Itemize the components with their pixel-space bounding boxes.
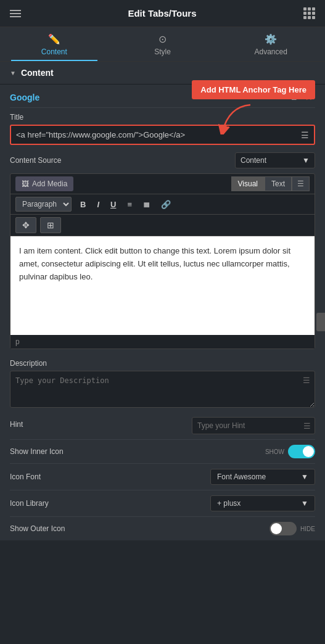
paragraph-select[interactable]: Paragraph xyxy=(15,197,72,212)
section-label: Content xyxy=(21,68,54,78)
title-field-row: Title ☰ xyxy=(10,108,315,147)
hint-label: Hint xyxy=(10,420,23,429)
hint-row: Hint ☰ xyxy=(10,412,315,439)
description-wrap: ☰ xyxy=(10,371,315,410)
align-right-button[interactable]: ≣ xyxy=(138,197,155,212)
editor-list-icon[interactable]: ☰ xyxy=(292,176,310,191)
content-source-label: Content Source xyxy=(10,156,61,165)
icon-library-btn-label: + plusx xyxy=(217,499,241,508)
editor-format-bar: Paragraph B I U ≡ ≣ 🔗 xyxy=(10,194,315,215)
tab-style[interactable]: ⊙ Style xyxy=(109,27,217,61)
show-inner-icon-toggle[interactable] xyxy=(288,445,315,458)
anchor-arrow xyxy=(216,104,253,134)
icon-font-label: Icon Font xyxy=(10,473,41,481)
tab-content[interactable]: ✏️ Content xyxy=(0,27,109,61)
align-left-button[interactable]: ≡ xyxy=(122,197,137,212)
page-title: Edit Tabs/Tours xyxy=(21,8,303,19)
toggle-knob xyxy=(303,446,314,457)
hint-input-wrap: ☰ xyxy=(192,417,315,434)
icon-library-label: Icon Library xyxy=(10,499,49,508)
anchor-tooltip-text: Add HTML Anchor Tag Here xyxy=(200,85,306,94)
italic-button[interactable]: I xyxy=(92,197,104,212)
visual-btn[interactable]: Visual xyxy=(231,176,265,191)
show-outer-icon-label: Show Outer Icon xyxy=(10,524,65,533)
title-input-wrap: ☰ xyxy=(10,125,315,145)
add-media-label: Add Media xyxy=(32,180,67,188)
grid-icon[interactable] xyxy=(303,7,315,19)
tabs-bar: ✏️ Content ⊙ Style ⚙️ Advanced xyxy=(0,27,325,62)
show-outer-icon-badge: HIDE xyxy=(300,526,315,532)
show-outer-icon-row: Show Outer Icon HIDE xyxy=(10,516,315,540)
plus-icon: 🖼 xyxy=(22,180,29,188)
grid-layout-button[interactable]: ⊞ xyxy=(40,217,61,233)
show-inner-icon-label: Show Inner Icon xyxy=(10,447,64,456)
show-inner-icon-row: Show Inner Icon SHOW xyxy=(10,439,315,463)
advanced-icon: ⚙️ xyxy=(265,33,277,45)
dropdown-arrow-icon: ▼ xyxy=(302,156,310,165)
tab-item-name: Google xyxy=(10,93,39,102)
editor-move-bar: ✥ ⊞ xyxy=(10,215,315,236)
anchor-tooltip: Add HTML Anchor Tag Here xyxy=(192,80,315,99)
description-list-icon: ☰ xyxy=(303,376,310,385)
list-icon: ☰ xyxy=(296,130,314,140)
hint-input[interactable] xyxy=(192,418,300,434)
editor-top-bar: 🖼 Add Media Visual Text ☰ xyxy=(10,174,315,194)
underline-button[interactable]: U xyxy=(105,197,121,212)
panel-body: Google ⧉ ✕ Title ☰ Content Source Conten… xyxy=(0,85,325,540)
tab-content-label: Content xyxy=(41,47,67,56)
icon-library-arrow-icon: ▼ xyxy=(301,499,308,508)
title-label: Title xyxy=(10,113,315,122)
content-source-row: Content Source Content ▼ xyxy=(10,147,315,173)
icon-font-row: Icon Font Font Awesome ▼ xyxy=(10,463,315,490)
tab-style-label: Style xyxy=(154,47,171,56)
show-outer-icon-toggle[interactable] xyxy=(269,522,297,535)
scroll-handle[interactable] xyxy=(316,313,325,331)
add-media-button[interactable]: 🖼 Add Media xyxy=(15,176,73,191)
show-outer-icon-toggle-wrap: HIDE xyxy=(269,522,315,535)
header: Edit Tabs/Tours xyxy=(0,0,325,27)
bold-button[interactable]: B xyxy=(75,197,91,212)
icon-library-row: Icon Library + plusx ▼ xyxy=(10,490,315,516)
editor-content[interactable]: I am item content. Click edit button to … xyxy=(10,236,315,335)
outer-toggle-knob xyxy=(271,523,282,534)
editor-footer-text: p xyxy=(15,337,20,346)
menu-icon[interactable] xyxy=(10,10,21,17)
style-icon: ⊙ xyxy=(158,33,167,45)
description-label: Description xyxy=(10,359,315,368)
content-icon: ✏️ xyxy=(48,33,60,45)
editor-body-text: I am item content. Click edit button to … xyxy=(19,246,290,281)
text-btn[interactable]: Text xyxy=(265,176,292,191)
description-row: Description ☰ xyxy=(10,354,315,412)
view-buttons: Visual Text ☰ xyxy=(231,176,310,191)
chevron-down-icon: ▼ xyxy=(10,70,16,76)
show-inner-icon-toggle-wrap: SHOW xyxy=(265,445,315,458)
icon-library-button[interactable]: + plusx ▼ xyxy=(210,495,315,511)
link-button[interactable]: 🔗 xyxy=(156,197,176,212)
content-source-value: Content xyxy=(241,156,266,165)
tab-advanced-label: Advanced xyxy=(254,47,287,56)
icon-font-value: Font Awesome xyxy=(217,473,266,481)
editor-footer: p xyxy=(10,335,315,349)
tab-advanced[interactable]: ⚙️ Advanced xyxy=(216,27,325,61)
description-input[interactable] xyxy=(10,371,315,408)
hint-list-icon: ☰ xyxy=(300,421,315,431)
show-inner-icon-badge: SHOW xyxy=(265,448,284,455)
icon-font-select[interactable]: Font Awesome ▼ xyxy=(210,469,315,485)
editor-area: 🖼 Add Media Visual Text ☰ Paragraph B I … xyxy=(10,173,315,349)
move-button[interactable]: ✥ xyxy=(15,217,36,233)
icon-font-arrow-icon: ▼ xyxy=(301,473,308,481)
content-source-select[interactable]: Content ▼ xyxy=(235,152,315,168)
